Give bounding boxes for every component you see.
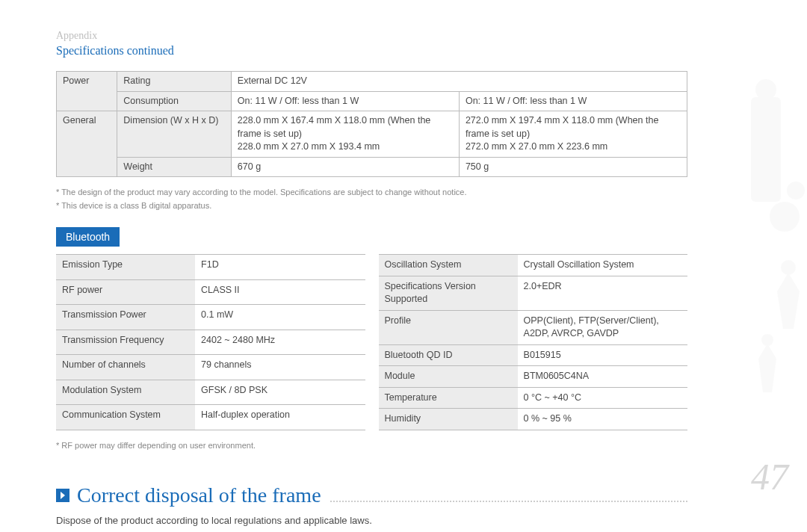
- table-row: Modulation SystemGFSK / 8D PSK: [56, 380, 365, 405]
- cell-weight-k: Weight: [117, 157, 232, 177]
- bluetooth-table-left: Emission TypeF1D RF powerCLASS II Transm…: [56, 254, 365, 430]
- table-row: Temperature0 °C ~ +40 °C: [379, 387, 688, 409]
- table-row: Emission TypeF1D: [56, 255, 365, 280]
- cell-power: Power: [57, 72, 117, 111]
- disposal-text: Dispose of the product according to loca…: [56, 515, 687, 526]
- disposal-heading-row: Correct disposal of the frame: [56, 483, 687, 507]
- svg-point-4: [781, 260, 796, 275]
- background-illustration: [710, 67, 807, 441]
- cell-consumption-k: Consumption: [117, 91, 232, 111]
- table-row: Bluetooth QD IDB015915: [379, 344, 688, 366]
- cell-consumption-v2: On: 11 W / Off: less than 1 W: [459, 91, 687, 111]
- note-text: * RF power may differ depending on user …: [56, 439, 687, 453]
- section-subtitle: Specifications continued: [56, 44, 687, 58]
- table-row: ProfileOPP(Client), FTP(Server/Client), …: [379, 310, 688, 344]
- cell-rating-v: External DC 12V: [231, 72, 687, 92]
- cell-general: General: [57, 111, 117, 177]
- table-row: Power Rating External DC 12V: [57, 72, 687, 92]
- bluetooth-badge: Bluetooth: [56, 227, 120, 247]
- table-row: General Dimension (W x H x D) 228.0 mm X…: [57, 111, 687, 158]
- page-number: 47: [751, 455, 788, 498]
- play-icon: [56, 489, 69, 502]
- appendix-label: Appendix: [56, 30, 687, 42]
- table-row: RF powerCLASS II: [56, 279, 365, 305]
- table-row: Consumption On: 11 W / Off: less than 1 …: [57, 91, 687, 111]
- svg-point-2: [770, 202, 800, 232]
- table-row: Weight 670 g 750 g: [57, 157, 687, 177]
- note-text: * This device is a class B digital appar…: [56, 200, 687, 213]
- svg-point-1: [755, 79, 776, 100]
- dotted-rule: [330, 501, 687, 502]
- svg-rect-0: [751, 97, 781, 202]
- cell-dim-k: Dimension (W x H x D): [117, 111, 232, 158]
- cell-weight-v1: 670 g: [231, 157, 459, 177]
- bt-notes: * RF power may differ depending on user …: [56, 439, 687, 453]
- table-row: Transmission Power0.1 mW: [56, 305, 365, 330]
- bluetooth-tables: Emission TypeF1D RF powerCLASS II Transm…: [56, 254, 687, 430]
- cell-dim-v2: 272.0 mm X 197.4 mm X 118.0 mm (When the…: [459, 111, 687, 158]
- note-text: * The design of the product may vary acc…: [56, 186, 687, 200]
- cell-weight-v2: 750 g: [459, 157, 687, 177]
- cell-consumption-v1: On: 11 W / Off: less than 1 W: [231, 91, 459, 111]
- cell-dim-v1: 228.0 mm X 167.4 mm X 118.0 mm (When the…: [231, 111, 459, 158]
- table-row: ModuleBTM0605C4NA: [379, 366, 688, 388]
- specifications-table: Power Rating External DC 12V Consumption…: [56, 71, 687, 177]
- table-row: Transmission Frequency2402 ~ 2480 MHz: [56, 330, 365, 355]
- table-row: Number of channels79 channels: [56, 355, 365, 380]
- table-row: Communication SystemHalf-duplex operatio…: [56, 405, 365, 430]
- svg-point-3: [787, 182, 805, 200]
- table-row: Specifications Version Supported2.0+EDR: [379, 276, 688, 310]
- table-row: Humidity0 % ~ 95 %: [379, 409, 688, 430]
- cell-rating-k: Rating: [117, 72, 232, 92]
- svg-point-5: [761, 334, 773, 346]
- disposal-heading: Correct disposal of the frame: [77, 483, 321, 507]
- spec-notes: * The design of the product may vary acc…: [56, 186, 687, 212]
- bluetooth-table-right: Oscillation SystemCrystall Oscillation S…: [379, 254, 688, 430]
- table-row: Oscillation SystemCrystall Oscillation S…: [379, 255, 688, 276]
